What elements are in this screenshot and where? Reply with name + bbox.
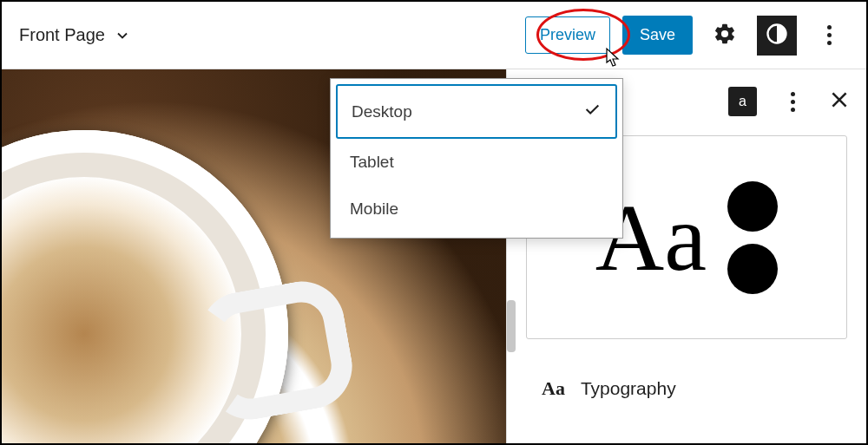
typography-label: Typography bbox=[581, 378, 676, 399]
styles-button[interactable] bbox=[757, 16, 797, 56]
option-label: Mobile bbox=[350, 200, 398, 219]
preview-option-desktop[interactable]: Desktop bbox=[336, 84, 617, 139]
typography-icon: Aa bbox=[542, 377, 565, 400]
color-swatches bbox=[727, 181, 778, 294]
settings-button[interactable] bbox=[705, 16, 745, 56]
preview-dropdown: Desktop Tablet Mobile bbox=[330, 78, 623, 239]
page-title-dropdown[interactable]: Front Page bbox=[19, 25, 131, 45]
close-icon[interactable] bbox=[828, 88, 851, 115]
sidebar-tab[interactable]: a bbox=[728, 87, 757, 116]
save-button[interactable]: Save bbox=[622, 16, 693, 55]
check-icon bbox=[582, 100, 602, 123]
option-label: Desktop bbox=[352, 102, 412, 121]
gear-icon bbox=[713, 22, 737, 49]
top-toolbar: Front Page Preview Save bbox=[2, 2, 866, 69]
more-options-button[interactable] bbox=[809, 25, 849, 45]
contrast-icon bbox=[765, 22, 789, 49]
option-label: Tablet bbox=[350, 153, 394, 172]
swatch-secondary bbox=[727, 244, 778, 294]
page-title: Front Page bbox=[19, 25, 105, 45]
typography-section-link[interactable]: Aa Typography bbox=[507, 339, 866, 400]
swatch-primary bbox=[727, 181, 778, 232]
preview-button[interactable]: Preview bbox=[525, 16, 610, 54]
chevron-down-icon bbox=[114, 27, 131, 44]
sidebar-more-button[interactable] bbox=[773, 92, 812, 112]
toolbar-right: Preview Save bbox=[525, 16, 849, 56]
preview-option-tablet[interactable]: Tablet bbox=[336, 139, 617, 186]
scrollbar-thumb[interactable] bbox=[507, 300, 516, 352]
preview-option-mobile[interactable]: Mobile bbox=[336, 186, 617, 232]
